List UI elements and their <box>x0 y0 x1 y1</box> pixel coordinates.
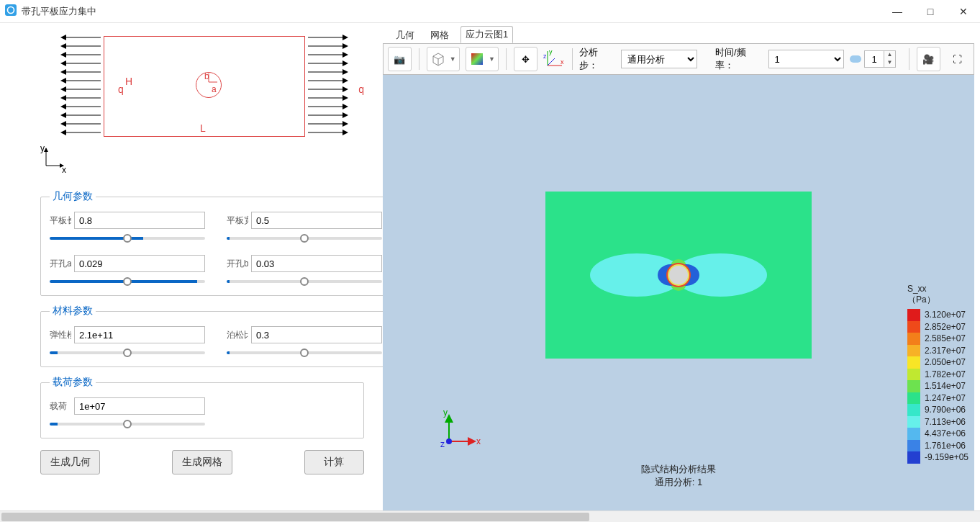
svg-text:y: y <box>549 48 553 55</box>
result-viewport[interactable]: x y z 隐式结构分析结果 通用分析: 1 S_xx（Pa） 3.120e+0… <box>383 75 974 510</box>
load-legend: 载荷参数 <box>50 376 96 389</box>
svg-text:x: x <box>476 436 481 446</box>
poisson-input[interactable] <box>251 326 382 343</box>
problem-diagram: H L q q b a y <box>40 36 364 180</box>
time-freq-label: 时间/频率： <box>715 46 763 72</box>
fullscreen-button[interactable]: ⛶ <box>946 47 969 71</box>
window-minimize-button[interactable]: — <box>881 0 914 23</box>
load-q-slider[interactable] <box>50 419 205 429</box>
frame-spinner-buttons[interactable]: ▲▼ <box>884 50 896 68</box>
svg-text:z: z <box>440 439 445 449</box>
generate-mesh-button[interactable]: 生成网格 <box>172 450 232 474</box>
svg-text:y: y <box>40 144 45 153</box>
cube-icon <box>430 51 446 67</box>
fullscreen-icon: ⛶ <box>953 54 962 65</box>
plate-length-input[interactable] <box>74 212 205 229</box>
hole-a-slider[interactable] <box>50 276 205 287</box>
load-params-group: 载荷参数 载荷 <box>40 376 364 438</box>
axis-triad-icon: x y z <box>543 48 565 70</box>
compute-button[interactable]: 计算 <box>304 450 364 474</box>
label-q-right: q <box>358 84 364 95</box>
axis-triad-button[interactable]: x y z <box>543 48 565 70</box>
svg-rect-36 <box>471 53 483 65</box>
material-params-group: 材料参数 弹性模 泊松比 <box>40 305 391 367</box>
plate-width-input[interactable] <box>251 212 382 229</box>
elastic-modulus-slider[interactable] <box>50 348 205 358</box>
view-cube-button[interactable]: ▼ <box>427 47 460 71</box>
screenshot-button[interactable]: 📷 <box>388 47 412 71</box>
plate-width-label: 平板宽 <box>227 215 248 227</box>
colormap-button[interactable]: ▼ <box>466 47 499 71</box>
poisson-slider[interactable] <box>227 348 382 358</box>
elastic-modulus-label: 弹性模 <box>50 329 71 341</box>
plate-width-slider[interactable] <box>227 233 382 243</box>
record-button[interactable]: 🎥 <box>917 47 940 71</box>
svg-text:y: y <box>443 408 448 418</box>
analysis-step-label: 分析步： <box>579 46 615 72</box>
result-tabs: 几何 网格 应力云图1 <box>391 26 980 43</box>
pan-button[interactable]: ✥ <box>514 47 537 71</box>
toggle-icon <box>850 55 861 63</box>
geometry-legend: 几何参数 <box>50 190 96 203</box>
svg-rect-0 <box>5 4 17 16</box>
chevron-down-icon: ▼ <box>489 55 495 63</box>
load-arrows-right <box>308 33 348 137</box>
window-close-button[interactable]: ✕ <box>947 0 980 23</box>
move-icon: ✥ <box>522 54 530 65</box>
parameter-panel: H L q q b a y <box>0 23 377 510</box>
contour-plot <box>545 192 812 359</box>
hole-b-input[interactable] <box>251 255 382 272</box>
tab-mesh[interactable]: 网格 <box>426 27 453 43</box>
tab-stress-contour[interactable]: 应力云图1 <box>460 26 513 43</box>
load-arrows-left <box>60 33 101 137</box>
video-camera-icon: 🎥 <box>922 54 934 65</box>
color-legend: S_xx（Pa） 3.120e+072.852e+072.585e+072.31… <box>907 284 968 464</box>
axis-xy-icon: y x <box>40 144 69 176</box>
frame-spinner-input[interactable] <box>864 50 884 68</box>
window-titlebar: 带孔平板应力集中 — □ ✕ <box>0 0 980 23</box>
plate-length-slider[interactable] <box>50 233 205 243</box>
svg-text:z: z <box>543 53 547 60</box>
horizontal-scrollbar[interactable] <box>0 510 980 522</box>
hole-a-input[interactable] <box>74 255 205 272</box>
load-q-label: 载荷 <box>50 400 71 413</box>
hole-a-label: 开孔a <box>50 258 71 270</box>
svg-line-41 <box>548 58 555 66</box>
plate-length-label: 平板长 <box>50 215 71 227</box>
app-icon <box>4 4 17 19</box>
poisson-label: 泊松比 <box>227 329 248 341</box>
load-q-input[interactable] <box>74 397 205 415</box>
analysis-step-select[interactable]: 通用分析 <box>621 50 697 68</box>
hole-b-label: 开孔b <box>227 258 248 270</box>
hole-b-slider[interactable] <box>227 276 382 287</box>
svg-point-45 <box>446 438 452 444</box>
scrollbar-thumb[interactable] <box>1 513 589 521</box>
plate-outline <box>104 36 305 137</box>
chevron-down-icon: ▼ <box>450 55 456 63</box>
generate-geometry-button[interactable]: 生成几何 <box>40 450 100 474</box>
time-freq-select[interactable]: 1 <box>768 50 844 68</box>
frame-spinner[interactable]: ▲▼ <box>850 50 896 68</box>
geometry-params-group: 几何参数 平板长 平板宽 <box>40 190 391 296</box>
camera-icon: 📷 <box>394 54 405 65</box>
svg-text:x: x <box>561 58 564 66</box>
colormap-icon <box>469 51 485 67</box>
elastic-modulus-input[interactable] <box>74 326 205 343</box>
window-title: 带孔平板应力集中 <box>22 5 96 18</box>
tab-geometry[interactable]: 几何 <box>391 27 419 43</box>
results-panel: 几何 网格 应力云图1 📷 ▼ ▼ ✥ x y <box>377 23 980 510</box>
window-maximize-button[interactable]: □ <box>914 0 947 23</box>
result-caption: 隐式结构分析结果 通用分析: 1 <box>641 463 716 489</box>
viewport-toolbar: 📷 ▼ ▼ ✥ x y z 分析步： <box>383 43 974 75</box>
material-legend: 材料参数 <box>50 305 96 318</box>
svg-text:x: x <box>62 165 66 173</box>
viewport-axis-triad: x y z <box>440 407 484 453</box>
